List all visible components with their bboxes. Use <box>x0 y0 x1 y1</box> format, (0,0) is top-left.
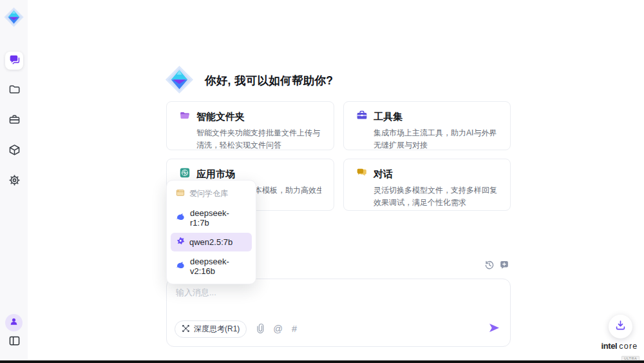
deep-think-toggle[interactable]: 深度思考(R1) <box>175 320 247 338</box>
card-description: 集成市场上主流工具，助力AI与外界无缝扩展与对接 <box>374 127 498 151</box>
new-chat-button[interactable] <box>498 260 509 271</box>
model-option-deepseek-v2[interactable]: deepseek-v2:16b <box>171 253 252 280</box>
message-input[interactable] <box>176 287 498 319</box>
model-group-label: 爱问学仓库 <box>189 188 228 199</box>
model-group-header: 爱问学仓库 <box>171 184 252 203</box>
deepseek-icon <box>176 213 185 223</box>
sidebar <box>0 0 28 360</box>
sidebar-item-settings[interactable] <box>5 172 23 190</box>
send-icon <box>488 322 500 336</box>
paperclip-icon <box>256 323 264 336</box>
model-dropdown: 爱问学仓库 deepseek-r1:7b qwen2.5:7b deepseek… <box>166 180 256 284</box>
intel-core-logo: intel core ULTRA <box>596 341 643 362</box>
card-title: 智能文件夹 <box>196 111 245 123</box>
model-option-deepseek-r1[interactable]: deepseek-r1:7b <box>171 204 252 231</box>
panel-icon <box>8 335 21 349</box>
user-icon <box>9 317 19 329</box>
send-button[interactable] <box>488 322 500 336</box>
cube-icon <box>8 144 21 159</box>
card-description: 灵活切换多模型文件，支持多样回复效果调试，满足个性化需求 <box>374 184 498 208</box>
collapse-sidebar-button[interactable] <box>6 334 22 349</box>
model-option-label: deepseek-v2:16b <box>190 257 247 276</box>
card-smart-folder[interactable]: 智能文件夹 智能文件夹功能支持批量文件上传与清洗，轻松实现文件问答 <box>166 101 334 150</box>
hash-icon: # <box>292 324 297 334</box>
model-option-qwen[interactable]: qwen2.5:7b <box>171 233 252 251</box>
download-icon <box>614 319 627 334</box>
card-title: 工具集 <box>374 111 402 123</box>
folder-purple-icon <box>179 110 191 124</box>
intel-wordmark: intel <box>601 341 618 351</box>
card-title: 应用市场 <box>196 168 235 181</box>
chat-gold-icon <box>356 167 368 181</box>
sidebar-item-models[interactable] <box>5 142 23 160</box>
qwen-icon <box>176 237 185 248</box>
gear-icon <box>8 174 21 189</box>
message-composer: 深度思考(R1) @ # <box>166 279 511 347</box>
greeting-logo-icon <box>164 64 194 97</box>
toolbox-icon <box>356 110 368 124</box>
user-avatar-button[interactable] <box>5 314 23 331</box>
mention-button[interactable]: @ <box>273 324 283 334</box>
deep-think-label: 深度思考(R1) <box>194 324 240 335</box>
deepseek-icon <box>176 261 185 271</box>
model-option-label: qwen2.5:7b <box>189 237 232 247</box>
app-logo-icon <box>3 6 24 30</box>
card-dialogue[interactable]: 对话 灵活切换多模型文件，支持多样回复效果调试，满足个性化需求 <box>343 159 511 211</box>
card-toolset[interactable]: 工具集 集成市场上主流工具，助力AI与外界无缝扩展与对接 <box>343 101 511 150</box>
app-market-icon <box>179 167 191 181</box>
card-description-partial: 本模板，助力高效生成多 <box>254 184 321 197</box>
deep-think-icon <box>182 324 190 335</box>
sidebar-item-folders[interactable] <box>5 81 23 99</box>
card-title: 对话 <box>374 168 393 181</box>
repository-icon <box>176 188 185 199</box>
model-option-label: deepseek-r1:7b <box>190 208 247 228</box>
greeting-title: 你好, 我可以如何帮助你? <box>205 73 333 88</box>
hash-button[interactable]: # <box>292 324 297 334</box>
core-wordmark: core <box>619 342 638 351</box>
briefcase-icon <box>8 113 21 128</box>
card-description: 智能文件夹功能支持批量文件上传与清洗，轻松实现文件问答 <box>196 127 321 151</box>
mention-icon: @ <box>273 324 283 334</box>
sidebar-item-toolbox[interactable] <box>5 112 23 130</box>
history-icon <box>484 260 495 273</box>
sidebar-item-chat[interactable] <box>5 52 23 70</box>
download-button[interactable] <box>609 315 632 338</box>
window-bottom-edge <box>0 360 644 363</box>
chat-icon <box>8 54 21 68</box>
attach-button[interactable] <box>256 323 264 336</box>
folder-icon <box>8 83 21 98</box>
history-button[interactable] <box>484 260 495 271</box>
new-chat-icon <box>499 260 509 273</box>
